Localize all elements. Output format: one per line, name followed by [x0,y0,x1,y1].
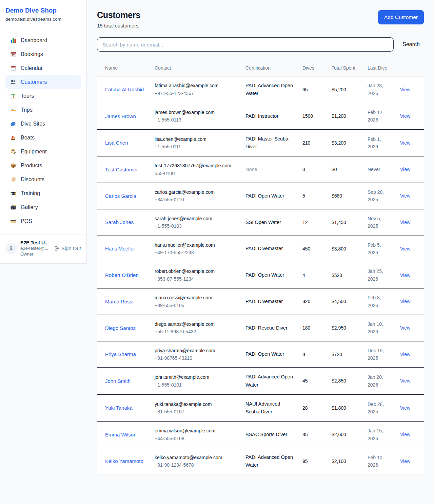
view-customer-link[interactable]: View [400,113,410,119]
customer-certification: None [245,167,257,172]
customer-dives: 0 [302,167,305,172]
view-customer-link[interactable]: View [400,220,410,225]
credit-card-icon [10,218,16,224]
customer-name-link[interactable]: Diego Santos [105,325,136,331]
customer-last-dive: Sep 20, 2025 [368,189,384,202]
table-row: Carlos Garcia carlos.garcia@example.com … [97,183,424,209]
customer-dives: 210 [302,140,310,146]
column-header-contact: Contact [151,60,241,76]
wave-icon [10,121,16,127]
customer-dives: 450 [302,246,310,251]
view-customer-link[interactable]: View [400,459,410,464]
view-customer-link[interactable]: View [400,299,410,304]
customer-total-spent: $720 [332,352,342,357]
view-customer-link[interactable]: View [400,378,410,384]
customer-email: john.smith@example.com [155,373,237,381]
column-header-dives: Dives [298,60,328,76]
sidebar-item-pos[interactable]: POS [5,214,81,228]
customer-dives: 12 [302,220,308,225]
customer-email: keiko.yamamoto@example.com [155,454,237,461]
customer-certification: PADI Open Water [245,351,284,357]
table-row: John Smith john.smith@example.com +1-555… [97,368,424,394]
customer-last-dive: Feb 8, 2026 [368,295,381,308]
add-customer-button[interactable]: Add Customer [378,10,424,24]
customer-certification: PADI Advanced Open Water [245,83,293,96]
column-header-actions [396,60,424,76]
customer-certification: PADI Open Water [245,272,284,278]
table-row: Emma Wilson emma.wilson@example.com +44-… [97,422,424,448]
customer-name-link[interactable]: Carlos Garcia [105,193,136,199]
column-header-total-spent: Total Spent [328,60,363,76]
customer-email: marco.rossi@example.com [155,294,237,301]
customer-total-spent: $2,600 [332,432,346,437]
view-customer-link[interactable]: View [400,352,410,357]
customer-name-link[interactable]: Lisa Chen [105,140,128,146]
graduation-cap-icon [10,190,16,197]
sidebar-item-gallery[interactable]: Gallery [5,201,81,214]
sidebar-item-discounts[interactable]: Discounts [5,173,81,186]
page-title: Customers [97,10,140,20]
sidebar-item-training[interactable]: Training [5,187,81,200]
customer-total-spent: $2,100 [332,459,346,464]
customer-phone: +353-87-555-1234 [155,275,237,283]
customer-name-link[interactable]: Test Customer [105,167,138,172]
sidebar-item-bookings[interactable]: 17 Bookings [5,48,81,61]
table-header: Name Contact Certification Dives Total S… [97,60,424,76]
customer-dives: 8 [302,352,305,357]
view-customer-link[interactable]: View [400,167,410,172]
view-customer-link[interactable]: View [400,432,410,437]
customer-certification: PADI Advanced Open Water [245,454,293,468]
table-row: Test Customer test-1772681807767@example… [97,156,424,183]
search-button[interactable]: Search [398,39,424,50]
view-customer-link[interactable]: View [400,273,410,278]
customer-name-link[interactable]: Sarah Jones [105,219,134,225]
sidebar-item-customers[interactable]: Customers [5,75,81,89]
sidebar-item-products[interactable]: Products [5,159,81,172]
bookings-calendar-icon: 17 [10,51,16,57]
customers-table-body: Fatima Al-Rashid fatima.alrashid@example… [97,76,424,474]
people-icon [10,79,16,85]
customer-name-link[interactable]: James Brown [105,113,136,119]
customer-name-link[interactable]: Keiko Yamamoto [105,458,143,464]
customer-certification: NAUI Advanced Scuba Diver [245,401,280,414]
customer-name-link[interactable]: Priya Sharma [105,351,136,357]
customer-name-link[interactable]: Fatima Al-Rashid [105,87,144,92]
view-customer-link[interactable]: View [400,325,410,331]
svg-text:17: 17 [12,54,15,56]
customer-name-link[interactable]: John Smith [105,378,131,384]
sign-out-button[interactable]: Sign Out [54,245,81,251]
customer-name-link[interactable]: Marco Rossi [105,299,133,304]
sidebar-header: Demo Dive Shop demo.test.divestreams.com [0,0,86,28]
sidebar-item-trips[interactable]: Trips [5,103,81,117]
view-customer-link[interactable]: View [400,405,410,411]
view-customer-link[interactable]: View [400,140,410,146]
customer-name-link[interactable]: Hans Mueller [105,246,135,251]
customer-total-spent: $1,450 [332,220,346,225]
bar-chart-icon [10,37,16,43]
view-customer-link[interactable]: View [400,193,410,199]
customer-dives: 1500 [302,113,313,119]
customer-total-spent: $1,200 [332,113,346,119]
sidebar-item-dashboard[interactable]: Dashboard [5,34,81,47]
customer-phone: +1-555-0101 [155,381,237,389]
customer-last-dive: Jan 28, 2026 [368,83,383,96]
customer-name-link[interactable]: Yuki Tanaka [105,405,133,411]
customer-phone: +81-90-1234-5678 [155,461,237,469]
sidebar-item-calendar[interactable]: Calendar [5,61,81,75]
customer-name-link[interactable]: Robert O'Brien [105,272,139,278]
view-customer-link[interactable]: View [400,246,410,251]
customer-last-dive: Jan 20, 2026 [368,374,383,387]
sidebar-item-tours[interactable]: Tours [5,89,81,103]
customer-phone: +44-555-0108 [155,435,237,442]
page-header: Customers 15 total customers Add Custome… [97,10,424,29]
customer-email: test-1772681807767@example.com [155,162,237,169]
customer-email: diego.santos@example.com [155,320,237,328]
customer-name-link[interactable]: Emma Wilson [105,432,137,437]
sidebar-item-dive-sites[interactable]: Dive Sites [5,117,81,131]
sidebar-item-equipment[interactable]: Equipment [5,145,81,158]
view-customer-link[interactable]: View [400,87,410,92]
sidebar-item-boats[interactable]: Boats [5,131,81,145]
search-input[interactable] [97,37,394,52]
customer-phone: +39-555-0105 [155,302,237,309]
customer-certification: PADI Divemaster [245,246,283,251]
